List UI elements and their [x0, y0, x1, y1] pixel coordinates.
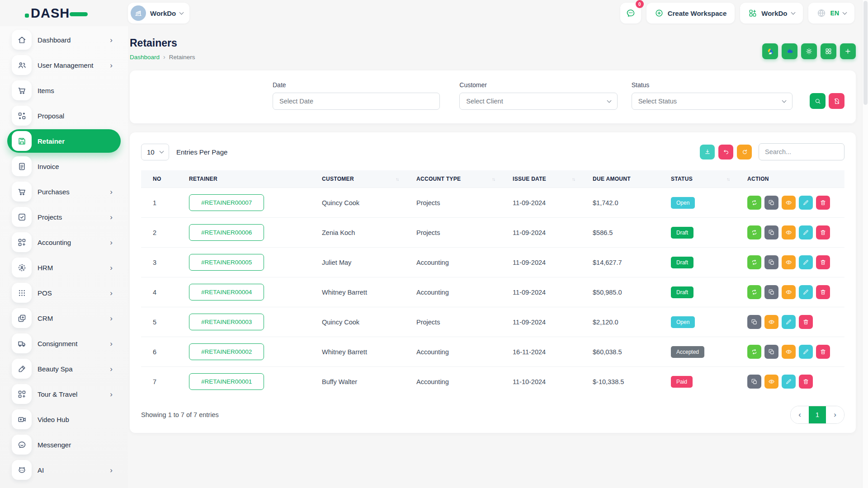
create-retainer-button[interactable] [840, 43, 856, 59]
retainer-number-button[interactable]: #RETAINER00002 [189, 343, 264, 360]
duplicate-button[interactable] [764, 285, 778, 299]
google-drive-button[interactable] [762, 43, 778, 59]
sort-icon[interactable]: ↑↓ [726, 177, 729, 182]
edit-button[interactable] [782, 375, 796, 389]
delete-button[interactable] [816, 196, 830, 210]
table-search-input[interactable] [765, 148, 838, 155]
convert-to-invoice-button[interactable] [747, 225, 761, 239]
create-workspace-button[interactable]: Create Workspace [646, 3, 735, 23]
view-button[interactable] [764, 375, 778, 389]
refresh-button[interactable] [737, 145, 752, 160]
edit-button[interactable] [799, 255, 813, 269]
delete-button[interactable] [799, 315, 813, 329]
retainer-number-button[interactable]: #RETAINER00005 [189, 254, 264, 271]
sidebar-item-projects[interactable]: Projects › [7, 205, 121, 229]
delete-button[interactable] [816, 255, 830, 269]
view-button[interactable] [782, 255, 796, 269]
duplicate-button[interactable] [747, 375, 761, 389]
edit-button[interactable] [799, 225, 813, 239]
entries-per-page-select[interactable]: 10 [141, 144, 169, 160]
breadcrumb-dashboard-link[interactable]: Dashboard [130, 54, 160, 61]
delete-button[interactable] [816, 285, 830, 299]
sidebar-item-crm[interactable]: CRM › [7, 306, 121, 330]
sidebar-item-tour-travel[interactable]: Tour & Travel › [7, 382, 121, 406]
edit-button[interactable] [799, 345, 813, 359]
duplicate-button[interactable] [764, 255, 778, 269]
edit-button[interactable] [782, 315, 796, 329]
sort-icon[interactable]: ↑↓ [396, 177, 398, 182]
language-dropdown[interactable]: EN [808, 3, 854, 23]
duplicate-button[interactable] [764, 225, 778, 239]
retainer-number-button[interactable]: #RETAINER00007 [189, 194, 264, 211]
view-button[interactable] [782, 285, 796, 299]
retainer-number-button[interactable]: #RETAINER00001 [189, 373, 264, 390]
sidebar-item-items[interactable]: Items [7, 79, 121, 102]
view-button[interactable] [782, 196, 796, 210]
convert-to-invoice-button[interactable] [747, 196, 761, 210]
convert-to-invoice-button[interactable] [747, 285, 761, 299]
grid-view-button[interactable] [821, 43, 836, 59]
sidebar-item-proposal[interactable]: Proposal [7, 104, 121, 127]
column-header[interactable]: ISSUE DATE ↑↓ [501, 170, 581, 188]
column-header[interactable]: RETAINER [177, 170, 310, 188]
retainer-number-button[interactable]: #RETAINER00004 [189, 284, 264, 300]
sidebar-item-video-hub[interactable]: Video Hub [7, 408, 121, 431]
previous-page-button[interactable]: ‹ [791, 406, 809, 423]
date-input[interactable] [279, 98, 433, 105]
app-logo[interactable]: DASH [25, 6, 88, 21]
edit-button[interactable] [799, 196, 813, 210]
sidebar-item-dashboard[interactable]: Dashboard › [7, 28, 121, 52]
workspace-selector[interactable]: WorkDo [128, 3, 189, 23]
messenger-button[interactable]: 0 [620, 3, 641, 23]
apply-filter-button[interactable] [810, 93, 826, 109]
customer-select[interactable]: Select Client [459, 93, 617, 110]
column-header[interactable]: NO [141, 170, 177, 188]
delete-button[interactable] [799, 375, 813, 389]
column-header[interactable]: STATUS ↑↓ [659, 170, 736, 188]
view-button[interactable] [782, 225, 796, 239]
column-header[interactable]: CUSTOMER ↑↓ [310, 170, 405, 188]
sidebar-item-pos[interactable]: POS › [7, 281, 121, 305]
sidebar-item-label: Messenger [38, 441, 71, 449]
sidebar-item-hrm[interactable]: HRM › [7, 256, 121, 279]
convert-to-invoice-button[interactable] [747, 255, 761, 269]
delete-button[interactable] [816, 345, 830, 359]
sidebar-item-accounting[interactable]: Accounting › [7, 230, 121, 254]
column-header[interactable]: ACTION [736, 170, 844, 188]
duplicate-button[interactable] [764, 345, 778, 359]
delete-button[interactable] [816, 225, 830, 239]
reset-filter-button[interactable] [829, 93, 844, 109]
sidebar-item-beauty-spa[interactable]: Beauty Spa › [7, 357, 121, 380]
next-page-button[interactable]: › [826, 406, 844, 423]
duplicate-button[interactable] [747, 315, 761, 329]
status-select[interactable]: Select Status [632, 93, 793, 110]
sidebar-item-invoice[interactable]: Invoice [7, 155, 121, 178]
sidebar-item-consignment[interactable]: Consignment › [7, 332, 121, 355]
sidebar-item-retainer[interactable]: Retainer [7, 129, 121, 153]
sort-icon[interactable]: ↑↓ [492, 177, 495, 182]
convert-to-invoice-button[interactable] [747, 345, 761, 359]
settings-button[interactable] [801, 43, 817, 59]
table-search-field[interactable] [759, 143, 844, 160]
date-filter-field[interactable] [273, 93, 440, 110]
scrollbar[interactable] [862, 0, 868, 488]
column-header[interactable]: ACCOUNT TYPE ↑↓ [405, 170, 501, 188]
retainer-number-button[interactable]: #RETAINER00006 [189, 224, 264, 241]
column-header[interactable]: DUE AMOUNT [581, 170, 659, 188]
onedrive-button[interactable] [782, 43, 797, 59]
view-button[interactable] [764, 315, 778, 329]
sort-icon[interactable]: ↑↓ [572, 177, 575, 182]
page-1-button[interactable]: 1 [809, 406, 826, 423]
sidebar-item-purchases[interactable]: Purchases › [7, 180, 121, 203]
export-button[interactable] [700, 145, 715, 160]
sidebar-item-messenger[interactable]: Messenger [7, 433, 121, 456]
view-button[interactable] [782, 345, 796, 359]
sidebar-item-ai[interactable]: AI › [7, 458, 121, 482]
undo-button[interactable] [718, 145, 733, 160]
sidebar-item-user-management[interactable]: User Management › [7, 53, 121, 77]
retainer-number-button[interactable]: #RETAINER00003 [189, 314, 264, 330]
scrollbar-thumb[interactable] [863, 1, 868, 105]
edit-button[interactable] [799, 285, 813, 299]
duplicate-button[interactable] [764, 196, 778, 210]
app-menu-dropdown[interactable]: WorkDo [740, 3, 802, 23]
